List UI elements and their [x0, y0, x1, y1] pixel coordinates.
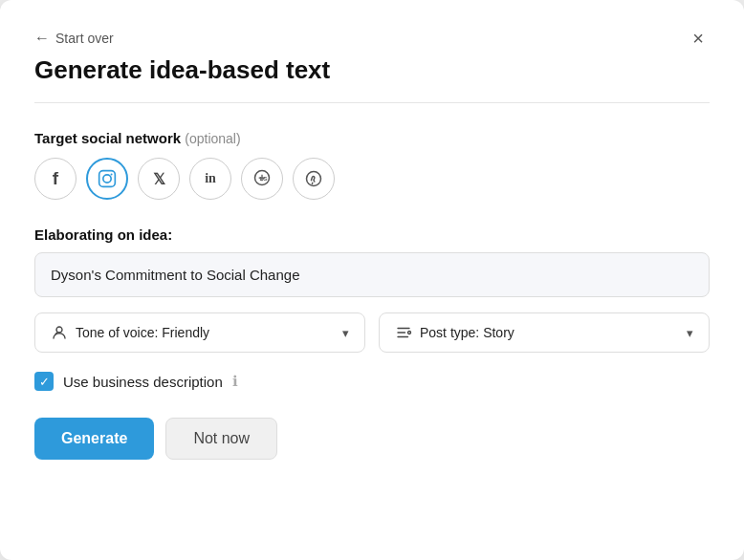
idea-input[interactable] [34, 252, 710, 297]
svg-rect-0 [99, 171, 116, 187]
x-icon: 𝕏 [153, 170, 165, 188]
info-icon[interactable]: ℹ [232, 373, 238, 390]
svg-text:LG: LG [260, 175, 269, 181]
not-now-button[interactable]: Not now [165, 418, 277, 460]
svg-point-6 [56, 327, 62, 333]
post-type-icon [395, 324, 412, 341]
post-type-label: Post type: Story [420, 325, 514, 340]
dropdowns-row: Tone of voice: Friendly ▾ Post type: Sto… [34, 312, 710, 353]
business-description-label: Use business description [63, 374, 223, 390]
tone-icon [51, 324, 68, 341]
modal-title: Generate idea-based text [34, 55, 710, 85]
elaborating-label: Elaborating on idea: [34, 226, 710, 243]
svg-point-1 [103, 175, 111, 183]
svg-point-2 [111, 173, 113, 175]
social-network-label: Target social network (optional) [34, 130, 710, 146]
header-divider [34, 102, 710, 103]
actions-row: Generate Not now [34, 418, 710, 460]
back-arrow-icon: ← [34, 30, 50, 47]
pinterest-icon [304, 169, 323, 188]
svg-point-11 [408, 332, 411, 334]
optional-label: (optional) [185, 131, 240, 146]
checkmark-icon: ✓ [39, 376, 50, 388]
social-icons-row: f 𝕏 in LG [34, 158, 710, 200]
post-type-chevron-icon: ▾ [687, 326, 693, 340]
social-icon-facebook[interactable]: f [34, 158, 77, 200]
social-icon-linkedin[interactable]: in [189, 158, 231, 200]
social-icon-instagram[interactable] [86, 158, 128, 200]
generate-button[interactable]: Generate [34, 418, 154, 460]
business-description-checkbox[interactable]: ✓ [34, 372, 54, 391]
social-icon-x[interactable]: 𝕏 [138, 158, 180, 200]
linkedin-icon: in [205, 171, 216, 186]
instagram-icon [98, 169, 117, 188]
modal-header-top: ← Start over × [34, 27, 710, 50]
google-icon: LG [252, 168, 272, 189]
social-icon-google[interactable]: LG [241, 158, 283, 200]
facebook-icon: f [53, 168, 58, 189]
post-type-dropdown[interactable]: Post type: Story ▾ [379, 312, 710, 353]
close-button[interactable]: × [687, 27, 710, 50]
tone-label: Tone of voice: Friendly [76, 325, 209, 340]
social-icon-pinterest[interactable] [293, 158, 335, 200]
tone-chevron-icon: ▾ [342, 326, 349, 340]
tone-inner: Tone of voice: Friendly [51, 324, 209, 341]
modal-container: ← Start over × Generate idea-based text … [0, 0, 744, 560]
back-label: Start over [55, 31, 114, 46]
post-type-inner: Post type: Story [395, 324, 514, 341]
back-link[interactable]: ← Start over [34, 30, 114, 47]
business-description-row: ✓ Use business description ℹ [34, 372, 710, 391]
tone-of-voice-dropdown[interactable]: Tone of voice: Friendly ▾ [34, 312, 365, 353]
